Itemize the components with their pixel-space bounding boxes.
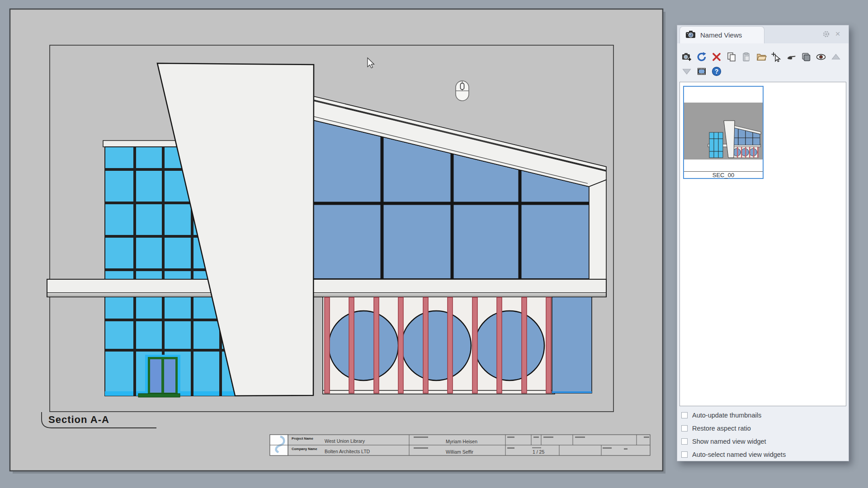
designer-name: Myriam Heisen	[446, 439, 477, 444]
named-view-item[interactable]: SEC_00	[683, 86, 764, 179]
panel-toolbar-row1	[681, 52, 841, 62]
beam-band	[47, 279, 606, 297]
named-views-list[interactable]: SEC_00	[679, 82, 846, 406]
duplicate-icon[interactable]	[801, 52, 811, 62]
named-view-name[interactable]: SEC_00	[684, 172, 763, 178]
update-thumbnail-icon[interactable]	[696, 52, 707, 62]
circle-window-2	[401, 311, 471, 380]
option-label: Auto-update thumbnails	[692, 412, 761, 419]
auto-update-thumbnails-checkbox[interactable]	[681, 412, 688, 418]
panel-header: Named Views ×	[677, 25, 849, 43]
sheet-scale: 1 / 25	[533, 449, 544, 455]
company-name-label: Company Name	[292, 447, 317, 451]
record-slideshow-icon[interactable]	[696, 66, 707, 77]
help-icon[interactable]: ?	[711, 66, 722, 77]
restore-aspect-ratio-checkbox[interactable]	[681, 425, 688, 432]
curtain-wall-cap	[103, 141, 177, 147]
delete-named-view-icon[interactable]	[711, 52, 722, 62]
camera-icon	[685, 30, 696, 41]
option-label: Show named view widget	[692, 438, 766, 445]
move-up-icon[interactable]	[830, 52, 841, 62]
auto-select-named-view-widgets-checkbox[interactable]	[681, 451, 688, 458]
copy-icon[interactable]	[726, 52, 737, 62]
named-view-thumbnail	[684, 103, 763, 160]
title-block: Project Name West Union Library Company …	[270, 435, 650, 455]
show-hide-eye-icon[interactable]	[816, 52, 826, 62]
project-name: West Union Library	[325, 438, 365, 444]
apply-named-view-hand-icon[interactable]	[786, 52, 797, 62]
option-show-named-view-widget: Show named view widget	[677, 435, 849, 448]
thumbnail-letterbox-bottom	[684, 160, 763, 172]
gear-icon[interactable]	[821, 29, 830, 38]
open-icon[interactable]	[756, 52, 767, 62]
option-label: Auto-select named view widgets	[692, 451, 786, 458]
svg-text:?: ?	[715, 68, 719, 75]
option-auto-select-named-view-widgets: Auto-select named view widgets	[677, 448, 849, 461]
mouse-middle-button-indicator	[456, 81, 469, 101]
option-restore-aspect-ratio: Restore aspect ratio	[677, 422, 849, 435]
circle-window-3	[475, 311, 544, 380]
panel-title-tab[interactable]: Named Views	[679, 26, 764, 43]
option-label: Restore aspect ratio	[692, 425, 751, 432]
panel-title: Named Views	[700, 31, 742, 39]
drafter-name: William Seffir	[446, 449, 474, 455]
named-views-panel: Named Views ×	[677, 25, 849, 461]
show-named-view-widget-checkbox[interactable]	[681, 438, 688, 445]
select-named-view-icon[interactable]	[771, 52, 782, 62]
right-blue-wall	[552, 297, 592, 393]
company-name: Bolten Architects LTD	[325, 449, 370, 454]
project-name-label: Project Name	[292, 436, 313, 441]
circle-window-1	[329, 311, 398, 380]
move-down-icon[interactable]	[681, 66, 692, 77]
add-named-view-icon[interactable]	[681, 52, 692, 62]
panel-toolbar-row2: ?	[681, 66, 722, 77]
panel-options: Auto-update thumbnails Restore aspect ra…	[677, 408, 849, 461]
view-label: Section A-A	[48, 414, 109, 425]
paste-icon[interactable]	[741, 52, 752, 62]
thumbnail-letterbox-top	[684, 87, 763, 103]
option-auto-update-thumbnails: Auto-update thumbnails	[677, 408, 849, 422]
close-icon[interactable]: ×	[833, 29, 842, 38]
